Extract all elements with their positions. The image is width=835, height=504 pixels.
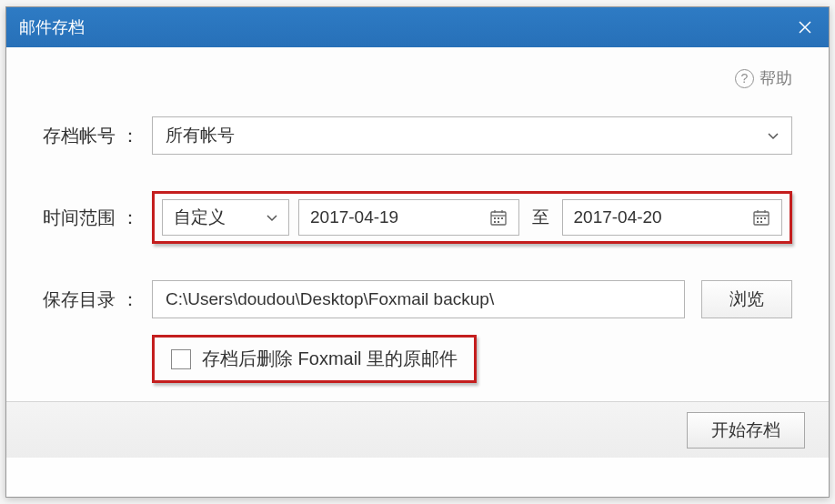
- help-label: 帮助: [760, 67, 792, 89]
- close-icon: [798, 20, 812, 35]
- browse-button[interactable]: 浏览: [701, 280, 792, 318]
- svg-rect-5: [498, 217, 499, 219]
- dialog-footer: 开始存档: [6, 401, 829, 458]
- delete-after-archive-group: 存档后删除 Foxmail 里的原邮件: [152, 335, 477, 383]
- svg-rect-15: [764, 217, 766, 219]
- start-archive-button[interactable]: 开始存档: [687, 412, 805, 449]
- titlebar: 邮件存档: [6, 7, 829, 47]
- svg-rect-13: [757, 217, 759, 219]
- time-mode-select[interactable]: 自定义: [162, 199, 289, 236]
- help-link[interactable]: ? 帮助: [735, 67, 792, 89]
- svg-rect-17: [760, 221, 762, 223]
- svg-rect-7: [494, 221, 496, 223]
- delete-after-archive-label: 存档后删除 Foxmail 里的原邮件: [202, 347, 458, 371]
- svg-rect-6: [501, 217, 503, 219]
- save-path-input[interactable]: [152, 280, 685, 318]
- account-value: 所有帐号: [166, 124, 235, 147]
- date-to-field[interactable]: 2017-04-20: [562, 199, 783, 236]
- svg-rect-16: [757, 221, 759, 223]
- calendar-icon: [752, 208, 770, 227]
- account-select[interactable]: 所有帐号: [152, 116, 792, 155]
- dialog-content: ? 帮助 存档帐号 ： 所有帐号 时间范围 ： 自定义: [6, 47, 829, 401]
- time-label: 时间范围 ：: [43, 206, 152, 230]
- chevron-down-icon: [768, 128, 779, 143]
- svg-rect-4: [494, 217, 496, 219]
- save-dir-label: 保存目录 ：: [43, 287, 152, 312]
- svg-rect-14: [760, 217, 762, 219]
- dialog-title: 邮件存档: [19, 16, 85, 38]
- date-to-value: 2017-04-20: [574, 207, 662, 227]
- account-label: 存档帐号 ：: [43, 124, 152, 148]
- help-icon: ?: [735, 69, 754, 88]
- delete-after-archive-checkbox[interactable]: [171, 349, 191, 369]
- date-from-field[interactable]: 2017-04-19: [298, 199, 519, 236]
- date-from-value: 2017-04-19: [310, 207, 398, 227]
- date-to-label: 至: [528, 206, 553, 229]
- time-range-group: 自定义 2017-04-19 至 2017-04-20: [152, 191, 792, 244]
- svg-rect-8: [498, 221, 499, 223]
- time-mode-value: 自定义: [174, 206, 226, 229]
- close-button[interactable]: [794, 16, 816, 38]
- chevron-down-icon: [267, 210, 277, 225]
- calendar-icon: [489, 208, 508, 227]
- archive-dialog: 邮件存档 ? 帮助 存档帐号 ： 所有帐号 时间范围 ： 自: [5, 6, 830, 498]
